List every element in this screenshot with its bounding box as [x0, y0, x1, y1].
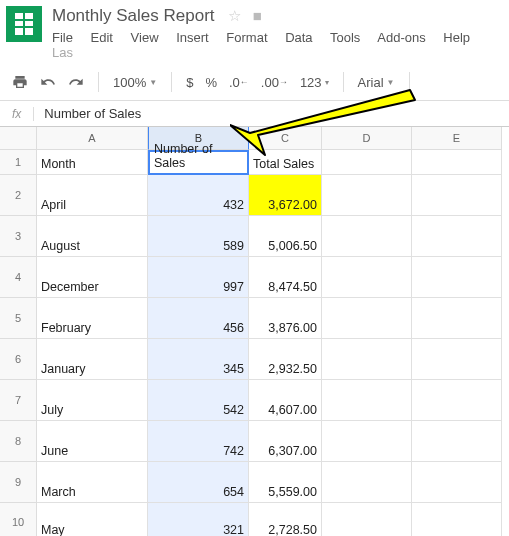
dec-less-button[interactable]: .0← — [223, 75, 255, 90]
formula-input[interactable]: Number of Sales — [34, 106, 141, 121]
toolbar: 100%▼ $ % .0← .00→ 123▾ Arial▼ — [0, 64, 509, 101]
cell-b1[interactable]: Number of Sales — [148, 150, 249, 175]
row-header-4[interactable]: 4 — [0, 257, 37, 298]
menu-addons[interactable]: Add-ons — [377, 30, 425, 45]
cell-c1[interactable]: Total Sales — [249, 150, 322, 175]
cell-e5[interactable] — [412, 298, 502, 339]
row-header-9[interactable]: 9 — [0, 462, 37, 503]
cell-b6[interactable]: 345 — [148, 339, 249, 380]
cell-c9[interactable]: 5,559.00 — [249, 462, 322, 503]
cell-a6[interactable]: January — [37, 339, 148, 380]
sheets-logo[interactable] — [6, 6, 42, 42]
cell-e3[interactable] — [412, 216, 502, 257]
col-header-d[interactable]: D — [322, 127, 412, 150]
cell-c7[interactable]: 4,607.00 — [249, 380, 322, 421]
cell-b7[interactable]: 542 — [148, 380, 249, 421]
cell-a7[interactable]: July — [37, 380, 148, 421]
cell-c5[interactable]: 3,876.00 — [249, 298, 322, 339]
cell-d3[interactable] — [322, 216, 412, 257]
cell-c3[interactable]: 5,006.50 — [249, 216, 322, 257]
cell-e9[interactable] — [412, 462, 502, 503]
menu-insert[interactable]: Insert — [176, 30, 209, 45]
cell-b9[interactable]: 654 — [148, 462, 249, 503]
cell-d2[interactable] — [322, 175, 412, 216]
row-header-10[interactable]: 10 — [0, 503, 37, 536]
menu-tools[interactable]: Tools — [330, 30, 360, 45]
cell-e10[interactable] — [412, 503, 502, 536]
cell-a2[interactable]: April — [37, 175, 148, 216]
menu-data[interactable]: Data — [285, 30, 312, 45]
menu-help[interactable]: Help — [443, 30, 470, 45]
zoom-select[interactable]: 100%▼ — [107, 75, 163, 90]
select-all-corner[interactable] — [0, 127, 37, 150]
fx-label: fx — [0, 107, 34, 121]
cell-e6[interactable] — [412, 339, 502, 380]
cell-d8[interactable] — [322, 421, 412, 462]
cell-e4[interactable] — [412, 257, 502, 298]
cell-e1[interactable] — [412, 150, 502, 175]
cell-d4[interactable] — [322, 257, 412, 298]
undo-button[interactable] — [34, 74, 62, 90]
cell-c8[interactable]: 6,307.00 — [249, 421, 322, 462]
cell-a3[interactable]: August — [37, 216, 148, 257]
menubar: File Edit View Insert Format Data Tools … — [52, 30, 503, 60]
cell-b3[interactable]: 589 — [148, 216, 249, 257]
cell-d5[interactable] — [322, 298, 412, 339]
cell-a4[interactable]: December — [37, 257, 148, 298]
menu-view[interactable]: View — [131, 30, 159, 45]
cell-d9[interactable] — [322, 462, 412, 503]
cell-d10[interactable] — [322, 503, 412, 536]
cell-b5[interactable]: 456 — [148, 298, 249, 339]
numfmt-select[interactable]: 123▾ — [294, 75, 335, 90]
cell-a8[interactable]: June — [37, 421, 148, 462]
dec-more-button[interactable]: .00→ — [255, 75, 294, 90]
row-header-1[interactable]: 1 — [0, 150, 37, 175]
last-edit: Las — [52, 45, 73, 60]
col-header-a[interactable]: A — [37, 127, 148, 150]
font-select[interactable]: Arial▼ — [352, 75, 401, 90]
menu-edit[interactable]: Edit — [91, 30, 113, 45]
row-header-3[interactable]: 3 — [0, 216, 37, 257]
cell-d7[interactable] — [322, 380, 412, 421]
row-header-8[interactable]: 8 — [0, 421, 37, 462]
cell-e2[interactable] — [412, 175, 502, 216]
row-header-6[interactable]: 6 — [0, 339, 37, 380]
cell-b10[interactable]: 321 — [148, 503, 249, 536]
cell-b4[interactable]: 997 — [148, 257, 249, 298]
row-header-7[interactable]: 7 — [0, 380, 37, 421]
cell-a5[interactable]: February — [37, 298, 148, 339]
print-button[interactable] — [6, 74, 34, 90]
redo-button[interactable] — [62, 74, 90, 90]
cell-e8[interactable] — [412, 421, 502, 462]
cell-a10[interactable]: May — [37, 503, 148, 536]
cell-a1[interactable]: Month — [37, 150, 148, 175]
menu-file[interactable]: File — [52, 30, 73, 45]
doc-title[interactable]: Monthly Sales Report — [52, 6, 215, 26]
col-header-e[interactable]: E — [412, 127, 502, 150]
star-icon[interactable]: ☆ — [228, 7, 241, 24]
formula-bar: fx Number of Sales — [0, 101, 509, 127]
cell-c2[interactable]: 3,672.00 — [249, 175, 322, 216]
cell-d6[interactable] — [322, 339, 412, 380]
menu-format[interactable]: Format — [226, 30, 267, 45]
spreadsheet-grid[interactable]: A B C D E 1 Month Number of Sales Total … — [0, 127, 509, 536]
cell-c10[interactable]: 2,728.50 — [249, 503, 322, 536]
row-header-5[interactable]: 5 — [0, 298, 37, 339]
cell-a9[interactable]: March — [37, 462, 148, 503]
cell-d1[interactable] — [322, 150, 412, 175]
folder-icon[interactable]: ■ — [253, 7, 262, 24]
cell-c6[interactable]: 2,932.50 — [249, 339, 322, 380]
cell-e7[interactable] — [412, 380, 502, 421]
cell-c4[interactable]: 8,474.50 — [249, 257, 322, 298]
percent-button[interactable]: % — [199, 75, 223, 90]
col-header-c[interactable]: C — [249, 127, 322, 150]
cell-b2[interactable]: 432 — [148, 175, 249, 216]
currency-button[interactable]: $ — [180, 75, 199, 90]
row-header-2[interactable]: 2 — [0, 175, 37, 216]
cell-b8[interactable]: 742 — [148, 421, 249, 462]
